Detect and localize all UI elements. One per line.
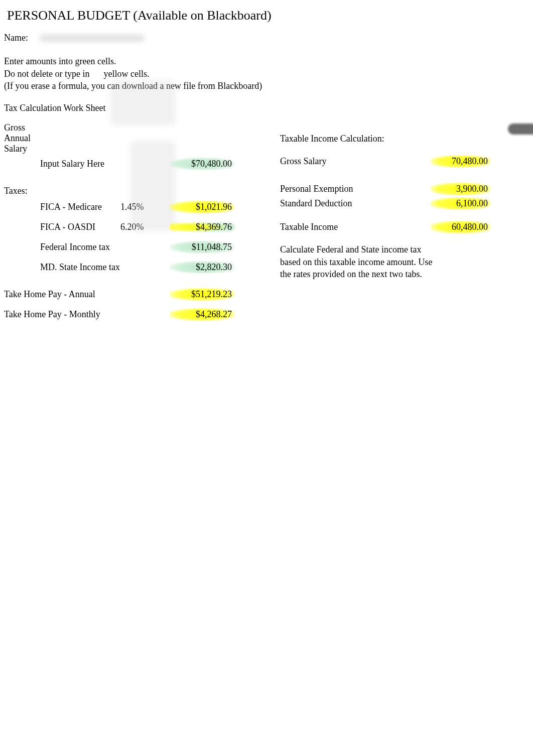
gross-salary-right-label: Gross Salary <box>280 156 375 167</box>
fica-medicare-value: $1,021.96 <box>170 201 235 213</box>
name-value-redacted <box>39 34 145 42</box>
instruction-line-2: Do not delete or type in yellow cells. <box>4 68 529 80</box>
personal-exemption-label: Personal Exemption <box>280 184 375 194</box>
taxable-income-calc: Taxable Income Calculation: Gross Salary… <box>280 122 491 280</box>
md-state-tax-value[interactable]: $2,820.30 <box>170 261 235 274</box>
taxable-income-label: Taxable Income <box>280 222 375 232</box>
taxable-income-value: 60,480.00 <box>431 221 491 233</box>
fica-oasdi-label: FICA - OASDI <box>40 222 120 232</box>
standard-deduction-value: 6,100.00 <box>431 197 491 210</box>
md-state-tax-label: MD. State Income tax <box>40 262 120 273</box>
takehome-monthly-value: $4,268.27 <box>170 308 235 321</box>
blur-decoration <box>110 80 176 125</box>
instructions: Enter amounts into green cells. Do not d… <box>4 55 529 92</box>
calculation-note: Calculate Federal and State income tax b… <box>280 243 441 280</box>
instruction-line-3: (If you erase a formula, you can downloa… <box>4 80 529 92</box>
taxes-label: Taxes: <box>4 186 40 196</box>
gross-salary-label: Gross Annual Salary <box>4 122 40 154</box>
blur-decoration <box>130 141 176 231</box>
side-chip <box>508 123 533 135</box>
federal-tax-value[interactable]: $11,048.75 <box>170 241 235 254</box>
instruction-line-1: Enter amounts into green cells. <box>4 55 529 67</box>
section-heading: Tax Calculation Work Sheet <box>4 103 529 113</box>
takehome-monthly-label: Take Home Pay - Monthly <box>4 309 120 320</box>
salary-input-cell[interactable]: $70,480.00 <box>170 158 235 170</box>
page-title: PERSONAL BUDGET (Available on Blackboard… <box>7 8 529 23</box>
taxable-heading: Taxable Income Calculation: <box>280 134 491 144</box>
name-row: Name: <box>4 32 529 43</box>
gross-salary-right-value: 70,480.00 <box>431 155 491 168</box>
instruction-line-2b: yellow cells. <box>103 68 149 80</box>
fica-medicare-label: FICA - Medicare <box>40 202 120 212</box>
personal-exemption-value: 3,900.00 <box>431 183 491 195</box>
federal-tax-label: Federal Income tax <box>40 242 120 253</box>
takehome-annual-value: $51,219.23 <box>170 288 235 301</box>
fica-oasdi-value: $4,369.76 <box>170 221 235 233</box>
instruction-line-2a: Do not delete or type in <box>4 68 89 80</box>
tax-worksheet: Gross Annual Salary Input Salary Here $7… <box>4 122 235 328</box>
input-salary-here-label: Input Salary Here <box>40 159 120 169</box>
standard-deduction-label: Standard Deduction <box>280 198 375 209</box>
name-label: Name: <box>4 33 28 43</box>
takehome-annual-label: Take Home Pay - Annual <box>4 289 120 300</box>
